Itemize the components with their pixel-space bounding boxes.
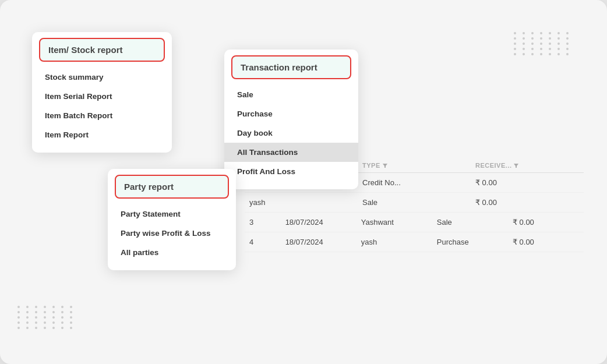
- col-type: TYPE: [358, 162, 471, 169]
- svg-marker-1: [514, 164, 518, 168]
- cell-receive: ₹ 0.00: [471, 178, 584, 187]
- stock-summary-item[interactable]: Stock summary: [32, 68, 172, 87]
- cell-type: Purchase: [432, 238, 508, 246]
- party-report-header-label: Party report: [124, 182, 174, 192]
- cell-num: 3: [245, 218, 281, 227]
- cell-receive: ₹ 0.00: [508, 238, 584, 246]
- party-report-header[interactable]: Party report: [115, 175, 229, 199]
- purchase-item[interactable]: Purchase: [224, 104, 358, 123]
- table-row: 3 18/07/2024 Yashwant Sale ₹ 0.00: [245, 213, 584, 232]
- item-batch-report-item[interactable]: Item Batch Report: [32, 106, 172, 125]
- cell-party: Yashwant: [357, 218, 432, 227]
- day-book-item[interactable]: Day book: [224, 123, 358, 143]
- cell-receive: ₹ 0.00: [471, 198, 584, 207]
- cell-date: 18/07/2024: [281, 218, 357, 227]
- party-statement-item[interactable]: Party Statement: [108, 204, 236, 224]
- dropdown-party: Party report Party Statement Party wise …: [108, 169, 236, 270]
- table-row: yash Sale ₹ 0.00: [245, 193, 584, 213]
- profit-loss-item[interactable]: Profit And Loss: [224, 162, 358, 181]
- stock-report-header-label: Item/ Stock report: [48, 45, 123, 55]
- svg-marker-0: [383, 164, 387, 168]
- cell-type: Sale: [358, 198, 471, 207]
- all-transactions-item[interactable]: All Transactions: [224, 143, 358, 162]
- cell-party: yash: [245, 198, 358, 207]
- stock-report-header[interactable]: Item/ Stock report: [39, 38, 165, 62]
- col-type-label: TYPE: [362, 162, 380, 169]
- cell-type: Sale: [432, 218, 508, 227]
- cell-receive: ₹ 0.00: [508, 218, 584, 227]
- main-card: (function(){ const c = document.currentS…: [0, 0, 607, 364]
- cell-party: yash: [357, 238, 432, 246]
- type-filter-icon[interactable]: [382, 162, 388, 168]
- cell-num: 4: [245, 238, 281, 246]
- party-profit-loss-item[interactable]: Party wise Profit & Loss: [108, 224, 236, 243]
- transaction-report-header-label: Transaction report: [241, 62, 317, 72]
- item-serial-report-item[interactable]: Item Serial Report: [32, 87, 172, 106]
- decorative-dots-bottom-left: (function(){ const c = document.currentS…: [17, 306, 76, 329]
- item-report-item[interactable]: Item Report: [32, 125, 172, 144]
- receive-filter-icon[interactable]: [513, 162, 519, 168]
- all-parties-item[interactable]: All parties: [108, 243, 236, 262]
- cell-date: 18/07/2024: [281, 238, 357, 246]
- col-receive-label: RECEIVE...: [475, 162, 511, 169]
- transaction-report-header[interactable]: Transaction report: [231, 55, 351, 79]
- col-receive: RECEIVE...: [471, 162, 584, 169]
- decorative-dots-top-right: (function(){ const c = document.currentS…: [514, 32, 572, 55]
- table-row: 4 18/07/2024 yash Purchase ₹ 0.00: [245, 232, 584, 252]
- sale-item[interactable]: Sale: [224, 85, 358, 104]
- cell-type: Credit No...: [358, 178, 471, 187]
- dropdown-transaction: Transaction report Sale Purchase Day boo…: [224, 50, 358, 189]
- dropdown-stock: Item/ Stock report Stock summary Item Se…: [32, 32, 172, 153]
